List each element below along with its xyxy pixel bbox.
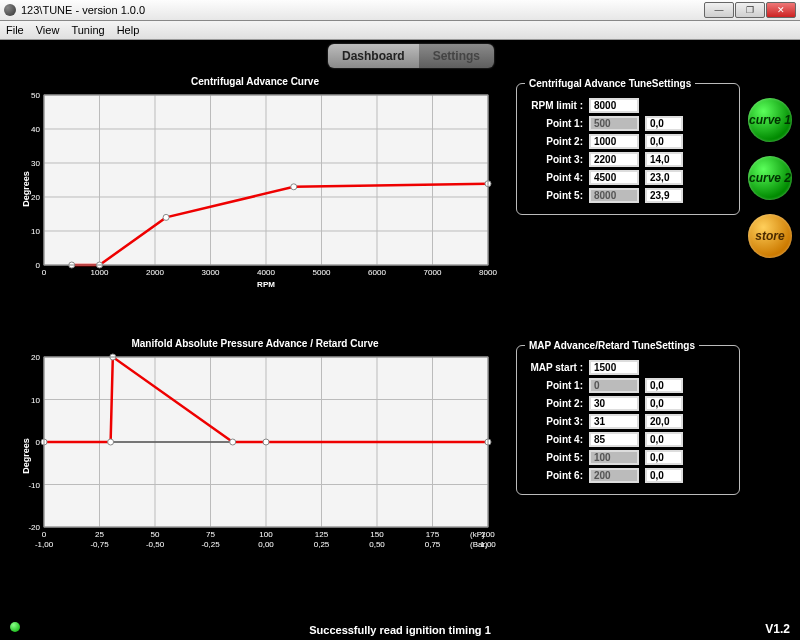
svg-text:-0,75: -0,75: [90, 540, 109, 549]
map-chart: -20-10010200-1,0025-0,7550-0,5075-0,2510…: [10, 351, 500, 561]
window-title: 123\TUNE - version 1.0.0: [21, 4, 704, 16]
svg-text:0: 0: [42, 530, 47, 539]
svg-point-82: [230, 439, 236, 445]
curve1-button[interactable]: curve 1: [748, 98, 792, 142]
tab-settings[interactable]: Settings: [419, 44, 494, 68]
centrifugal-chart-title: Centrifugal Advance Curve: [10, 76, 500, 87]
store-button[interactable]: store: [748, 214, 792, 258]
map-input-a-2[interactable]: [589, 396, 639, 411]
map-input-b-3[interactable]: [645, 414, 683, 429]
map-label-5: Point 5:: [525, 452, 583, 463]
centrifugal-input-b-4[interactable]: [645, 170, 683, 185]
map-input-b-1[interactable]: [645, 378, 683, 393]
svg-text:(Bar): (Bar): [470, 540, 488, 549]
centrifugal-ylabel: Degrees: [21, 171, 31, 207]
svg-text:0: 0: [36, 261, 41, 270]
maximize-button[interactable]: ❐: [735, 2, 765, 18]
map-label-0: MAP start :: [525, 362, 583, 373]
map-label-4: Point 4:: [525, 434, 583, 445]
svg-text:3000: 3000: [202, 268, 220, 277]
svg-text:40: 40: [31, 125, 40, 134]
menu-view[interactable]: View: [36, 24, 60, 36]
menu-file[interactable]: File: [6, 24, 24, 36]
centrifugal-label-4: Point 4:: [525, 172, 583, 183]
map-chart-wrap: Manifold Absolute Pressure Advance / Ret…: [10, 338, 500, 561]
menu-tuning[interactable]: Tuning: [71, 24, 104, 36]
tab-dashboard[interactable]: Dashboard: [328, 44, 419, 68]
centrifugal-input-a-2[interactable]: [589, 134, 639, 149]
map-settings-panel: MAP Advance/Retard TuneSettings MAP star…: [516, 340, 740, 495]
svg-text:0: 0: [42, 268, 47, 277]
svg-text:175: 175: [426, 530, 440, 539]
window-titlebar: 123\TUNE - version 1.0.0 — ❐ ✕: [0, 0, 800, 21]
centrifugal-input-a-0[interactable]: [589, 98, 639, 113]
menu-help[interactable]: Help: [117, 24, 140, 36]
svg-text:-0,50: -0,50: [146, 540, 165, 549]
svg-text:0,50: 0,50: [369, 540, 385, 549]
tabs: Dashboard Settings: [328, 44, 494, 68]
svg-text:0: 0: [36, 438, 41, 447]
centrifugal-input-a-1: [589, 116, 639, 131]
svg-text:10: 10: [31, 227, 40, 236]
centrifugal-input-b-1[interactable]: [645, 116, 683, 131]
svg-text:75: 75: [206, 530, 215, 539]
svg-text:8000: 8000: [479, 268, 497, 277]
svg-point-34: [163, 214, 169, 220]
centrifugal-input-a-4[interactable]: [589, 170, 639, 185]
centrifugal-label-5: Point 5:: [525, 190, 583, 201]
svg-text:0,00: 0,00: [258, 540, 274, 549]
map-input-b-2[interactable]: [645, 396, 683, 411]
svg-text:50: 50: [31, 91, 40, 100]
svg-point-35: [291, 184, 297, 190]
map-input-a-5: [589, 450, 639, 465]
svg-text:4000: 4000: [257, 268, 275, 277]
svg-point-80: [108, 439, 114, 445]
version-label: V1.2: [765, 622, 790, 636]
svg-point-83: [263, 439, 269, 445]
centrifugal-input-b-3[interactable]: [645, 152, 683, 167]
map-label-6: Point 6:: [525, 470, 583, 481]
svg-text:6000: 6000: [368, 268, 386, 277]
svg-text:-10: -10: [28, 481, 40, 490]
svg-text:0,75: 0,75: [425, 540, 441, 549]
map-chart-title: Manifold Absolute Pressure Advance / Ret…: [10, 338, 500, 349]
svg-text:-0,25: -0,25: [201, 540, 220, 549]
svg-text:-20: -20: [28, 523, 40, 532]
svg-text:2000: 2000: [146, 268, 164, 277]
map-input-b-5[interactable]: [645, 450, 683, 465]
map-label-2: Point 2:: [525, 398, 583, 409]
centrifugal-input-b-2[interactable]: [645, 134, 683, 149]
svg-text:20: 20: [31, 193, 40, 202]
svg-text:30: 30: [31, 159, 40, 168]
svg-text:100: 100: [259, 530, 273, 539]
svg-text:0,25: 0,25: [314, 540, 330, 549]
svg-text:50: 50: [151, 530, 160, 539]
map-input-a-4[interactable]: [589, 432, 639, 447]
map-input-b-4[interactable]: [645, 432, 683, 447]
centrifugal-label-2: Point 2:: [525, 136, 583, 147]
svg-text:7000: 7000: [424, 268, 442, 277]
centrifugal-panel-title: Centrifugal Advance TuneSettings: [525, 78, 695, 89]
map-ylabel: Degrees: [21, 438, 31, 474]
close-button[interactable]: ✕: [766, 2, 796, 18]
centrifugal-chart-wrap: Centrifugal Advance Curve Degrees 010203…: [10, 76, 500, 289]
centrifugal-input-b-5[interactable]: [645, 188, 683, 203]
centrifugal-label-0: RPM limit :: [525, 100, 583, 111]
centrifugal-settings-panel: Centrifugal Advance TuneSettings RPM lim…: [516, 78, 740, 215]
menubar: File View Tuning Help: [0, 21, 800, 40]
map-input-a-1: [589, 378, 639, 393]
map-label-1: Point 1:: [525, 380, 583, 391]
map-input-b-6[interactable]: [645, 468, 683, 483]
centrifugal-label-1: Point 1:: [525, 118, 583, 129]
app-icon: [4, 4, 16, 16]
svg-text:5000: 5000: [313, 268, 331, 277]
map-input-a-3[interactable]: [589, 414, 639, 429]
svg-text:20: 20: [31, 353, 40, 362]
side-buttons: curve 1 curve 2 store: [748, 98, 792, 258]
svg-text:-1,00: -1,00: [35, 540, 54, 549]
map-input-a-0[interactable]: [589, 360, 639, 375]
minimize-button[interactable]: —: [704, 2, 734, 18]
centrifugal-input-a-3[interactable]: [589, 152, 639, 167]
svg-text:125: 125: [315, 530, 329, 539]
curve2-button[interactable]: curve 2: [748, 156, 792, 200]
